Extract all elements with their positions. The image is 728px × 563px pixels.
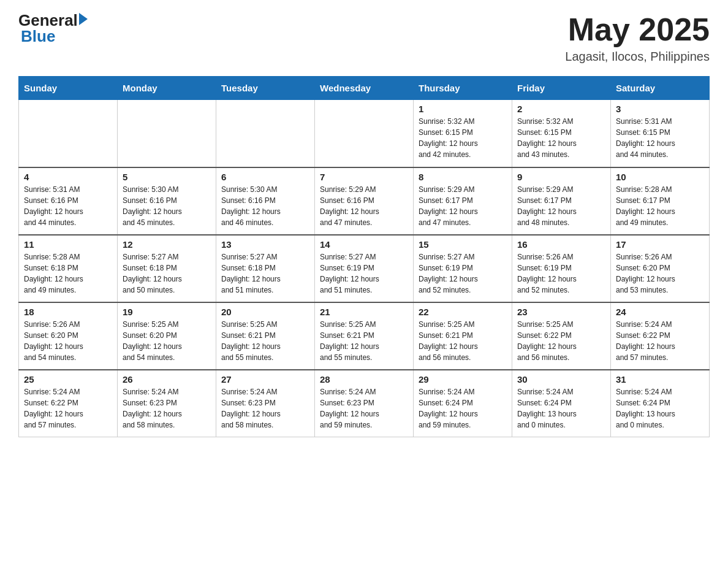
calendar-cell: 11Sunrise: 5:28 AM Sunset: 6:18 PM Dayli… (19, 235, 118, 302)
day-info: Sunrise: 5:27 AM Sunset: 6:18 PM Dayligh… (123, 251, 211, 296)
day-number: 19 (123, 307, 211, 317)
logo-arrow-icon (79, 13, 88, 25)
calendar-cell: 8Sunrise: 5:29 AM Sunset: 6:17 PM Daylig… (414, 167, 512, 235)
calendar-cell: 22Sunrise: 5:25 AM Sunset: 6:21 PM Dayli… (414, 302, 512, 370)
day-info: Sunrise: 5:24 AM Sunset: 6:24 PM Dayligh… (616, 386, 704, 431)
weekday-header-tuesday: Tuesday (216, 77, 315, 100)
day-info: Sunrise: 5:28 AM Sunset: 6:18 PM Dayligh… (24, 251, 112, 296)
calendar-cell: 21Sunrise: 5:25 AM Sunset: 6:21 PM Dayli… (315, 302, 414, 370)
calendar-cell: 31Sunrise: 5:24 AM Sunset: 6:24 PM Dayli… (611, 370, 710, 437)
weekday-header-sunday: Sunday (19, 77, 118, 100)
day-number: 13 (221, 239, 309, 250)
day-number: 10 (616, 172, 704, 182)
day-info: Sunrise: 5:29 AM Sunset: 6:17 PM Dayligh… (517, 184, 605, 228)
logo-general: General (18, 12, 78, 28)
day-info: Sunrise: 5:32 AM Sunset: 6:15 PM Dayligh… (419, 116, 507, 160)
month-title: May 2025 (565, 12, 710, 47)
calendar-cell: 18Sunrise: 5:26 AM Sunset: 6:20 PM Dayli… (19, 302, 118, 370)
calendar-cell: 1Sunrise: 5:32 AM Sunset: 6:15 PM Daylig… (414, 100, 512, 167)
calendar-cell (118, 100, 216, 167)
calendar-cell: 16Sunrise: 5:26 AM Sunset: 6:19 PM Dayli… (512, 235, 611, 302)
day-number: 14 (320, 239, 408, 250)
day-info: Sunrise: 5:24 AM Sunset: 6:24 PM Dayligh… (419, 386, 507, 431)
day-info: Sunrise: 5:26 AM Sunset: 6:20 PM Dayligh… (24, 319, 112, 363)
weekday-header-thursday: Thursday (414, 77, 512, 100)
calendar-cell: 25Sunrise: 5:24 AM Sunset: 6:22 PM Dayli… (19, 370, 118, 437)
day-info: Sunrise: 5:28 AM Sunset: 6:17 PM Dayligh… (616, 184, 704, 228)
day-info: Sunrise: 5:26 AM Sunset: 6:20 PM Dayligh… (616, 251, 704, 296)
weekday-header-friday: Friday (512, 77, 611, 100)
day-number: 11 (24, 239, 112, 250)
day-info: Sunrise: 5:24 AM Sunset: 6:23 PM Dayligh… (221, 386, 309, 431)
day-number: 22 (419, 307, 507, 317)
day-number: 27 (221, 374, 309, 385)
day-number: 24 (616, 307, 704, 317)
day-number: 20 (221, 307, 309, 317)
calendar-cell: 9Sunrise: 5:29 AM Sunset: 6:17 PM Daylig… (512, 167, 611, 235)
day-info: Sunrise: 5:31 AM Sunset: 6:16 PM Dayligh… (24, 184, 112, 228)
calendar-cell: 2Sunrise: 5:32 AM Sunset: 6:15 PM Daylig… (512, 100, 611, 167)
day-number: 23 (517, 307, 605, 317)
day-info: Sunrise: 5:24 AM Sunset: 6:24 PM Dayligh… (517, 386, 605, 431)
day-number: 12 (123, 239, 211, 250)
calendar-cell: 10Sunrise: 5:28 AM Sunset: 6:17 PM Dayli… (611, 167, 710, 235)
calendar-cell (19, 100, 118, 167)
day-number: 26 (123, 374, 211, 385)
day-number: 16 (517, 239, 605, 250)
location-title: Lagasit, Ilocos, Philippines (565, 50, 710, 64)
day-number: 7 (320, 172, 408, 182)
day-number: 21 (320, 307, 408, 317)
weekday-header-row: SundayMondayTuesdayWednesdayThursdayFrid… (19, 77, 710, 100)
logo-blue: Blue (21, 27, 55, 45)
day-info: Sunrise: 5:26 AM Sunset: 6:19 PM Dayligh… (517, 251, 605, 296)
calendar-week-row: 11Sunrise: 5:28 AM Sunset: 6:18 PM Dayli… (19, 235, 710, 302)
calendar-cell: 29Sunrise: 5:24 AM Sunset: 6:24 PM Dayli… (414, 370, 512, 437)
day-info: Sunrise: 5:24 AM Sunset: 6:23 PM Dayligh… (320, 386, 408, 431)
calendar-cell: 27Sunrise: 5:24 AM Sunset: 6:23 PM Dayli… (216, 370, 315, 437)
day-info: Sunrise: 5:29 AM Sunset: 6:16 PM Dayligh… (320, 184, 408, 228)
calendar-cell: 19Sunrise: 5:25 AM Sunset: 6:20 PM Dayli… (118, 302, 216, 370)
calendar-cell: 6Sunrise: 5:30 AM Sunset: 6:16 PM Daylig… (216, 167, 315, 235)
day-number: 31 (616, 374, 704, 385)
day-number: 18 (24, 307, 112, 317)
weekday-header-saturday: Saturday (611, 77, 710, 100)
calendar-cell: 4Sunrise: 5:31 AM Sunset: 6:16 PM Daylig… (19, 167, 118, 235)
day-info: Sunrise: 5:29 AM Sunset: 6:17 PM Dayligh… (419, 184, 507, 228)
weekday-header-monday: Monday (118, 77, 216, 100)
calendar-week-row: 25Sunrise: 5:24 AM Sunset: 6:22 PM Dayli… (19, 370, 710, 437)
day-info: Sunrise: 5:25 AM Sunset: 6:21 PM Dayligh… (221, 319, 309, 363)
day-number: 29 (419, 374, 507, 385)
title-block: May 2025 Lagasit, Ilocos, Philippines (565, 12, 710, 64)
calendar-cell: 5Sunrise: 5:30 AM Sunset: 6:16 PM Daylig… (118, 167, 216, 235)
day-info: Sunrise: 5:27 AM Sunset: 6:18 PM Dayligh… (221, 251, 309, 296)
calendar-cell: 23Sunrise: 5:25 AM Sunset: 6:22 PM Dayli… (512, 302, 611, 370)
calendar-cell: 17Sunrise: 5:26 AM Sunset: 6:20 PM Dayli… (611, 235, 710, 302)
day-info: Sunrise: 5:27 AM Sunset: 6:19 PM Dayligh… (419, 251, 507, 296)
calendar-cell: 26Sunrise: 5:24 AM Sunset: 6:23 PM Dayli… (118, 370, 216, 437)
calendar-table: SundayMondayTuesdayWednesdayThursdayFrid… (18, 76, 710, 437)
day-number: 5 (123, 172, 211, 182)
day-number: 2 (517, 104, 605, 114)
day-number: 15 (419, 239, 507, 250)
day-info: Sunrise: 5:27 AM Sunset: 6:19 PM Dayligh… (320, 251, 408, 296)
day-number: 4 (24, 172, 112, 182)
day-info: Sunrise: 5:32 AM Sunset: 6:15 PM Dayligh… (517, 116, 605, 160)
calendar-cell: 24Sunrise: 5:24 AM Sunset: 6:22 PM Dayli… (611, 302, 710, 370)
calendar-cell: 30Sunrise: 5:24 AM Sunset: 6:24 PM Dayli… (512, 370, 611, 437)
calendar-cell (315, 100, 414, 167)
day-info: Sunrise: 5:24 AM Sunset: 6:23 PM Dayligh… (123, 386, 211, 431)
day-number: 9 (517, 172, 605, 182)
day-number: 28 (320, 374, 408, 385)
page-header: General Blue May 2025 Lagasit, Ilocos, P… (18, 12, 710, 64)
day-info: Sunrise: 5:25 AM Sunset: 6:20 PM Dayligh… (123, 319, 211, 363)
calendar-cell: 7Sunrise: 5:29 AM Sunset: 6:16 PM Daylig… (315, 167, 414, 235)
calendar-cell: 28Sunrise: 5:24 AM Sunset: 6:23 PM Dayli… (315, 370, 414, 437)
day-info: Sunrise: 5:24 AM Sunset: 6:22 PM Dayligh… (24, 386, 112, 431)
day-number: 6 (221, 172, 309, 182)
day-info: Sunrise: 5:30 AM Sunset: 6:16 PM Dayligh… (123, 184, 211, 228)
day-info: Sunrise: 5:24 AM Sunset: 6:22 PM Dayligh… (616, 319, 704, 363)
calendar-cell: 12Sunrise: 5:27 AM Sunset: 6:18 PM Dayli… (118, 235, 216, 302)
day-number: 30 (517, 374, 605, 385)
day-number: 8 (419, 172, 507, 182)
day-number: 25 (24, 374, 112, 385)
